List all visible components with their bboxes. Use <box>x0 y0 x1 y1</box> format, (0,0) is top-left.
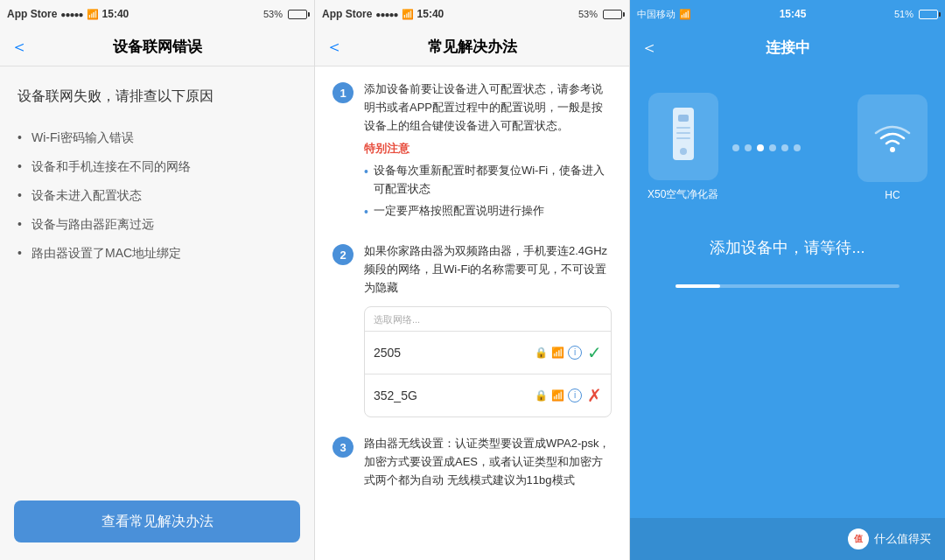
step-num-1: 1 <box>332 82 354 103</box>
dot-1 <box>732 144 739 151</box>
dot-3 <box>757 144 764 151</box>
footer-brand: 值 什么值得买 <box>848 528 931 550</box>
error-item-3: 设备未进入配置状态 <box>18 181 297 210</box>
device-card: X50空气净化器 <box>648 93 718 202</box>
battery-2 <box>603 10 622 19</box>
sub-bullet-1-1: 设备每次重新配置时都要复位Wi-Fi，使备进入可配置状态 <box>364 162 612 199</box>
footer-brand-text: 什么值得买 <box>874 531 931 547</box>
connecting-dots <box>732 144 844 151</box>
nav-bar-3: ＜ 连接中 <box>630 28 945 66</box>
dot-2 <box>745 144 752 151</box>
cross-icon-2: ✗ <box>587 382 602 410</box>
footer-logo: 值 <box>848 528 869 550</box>
svg-point-5 <box>680 148 687 155</box>
signal-2: ●●●●● <box>375 10 397 19</box>
lock-icon-1: 🔒 <box>535 345 548 361</box>
svg-rect-3 <box>676 132 690 134</box>
lock-icon-2: 🔒 <box>535 388 548 404</box>
dot-6 <box>794 144 801 151</box>
panel3-footer: 值 什么值得买 <box>630 518 945 560</box>
status-bar-1: App Store ●●●●● 📶 15:40 53% <box>0 0 314 28</box>
panel-common-solutions: App Store ●●●●● 📶 15:40 53% ＜ 常见解决办法 1 添… <box>315 0 630 560</box>
time-3: 15:45 <box>780 8 807 20</box>
battery-1 <box>288 10 307 19</box>
router-name-label: HC <box>885 189 900 201</box>
wifi-signal-icon-1: 📶 <box>551 345 564 361</box>
check-icon-1: ✓ <box>587 339 602 367</box>
error-item-1: Wi-Fi密码输入错误 <box>18 123 297 152</box>
battery-percent-3: 51% <box>894 9 914 19</box>
carrier-3: 中国移动 <box>637 8 676 21</box>
app-name-1: App Store <box>7 8 57 20</box>
app-name-2: App Store <box>322 8 372 20</box>
back-button-3[interactable]: ＜ <box>640 36 658 60</box>
battery-percent-1: 53% <box>263 9 283 19</box>
wifi-icons-2: 🔒 📶 i <box>535 388 582 404</box>
step-2: 2 如果你家路由器为双频路由器，手机要连2.4GHz频段的网络，且Wi-Fi的名… <box>332 242 612 417</box>
svg-rect-4 <box>676 137 690 139</box>
panel1-footer: 查看常见解决办法 <box>0 490 314 560</box>
step-content-1: 添加设备前要让设备进入可配置状态，请参考说明书或者APP配置过程中的配置说明，一… <box>364 80 612 225</box>
wifi-row-2[interactable]: 352_5G 🔒 📶 i ✗ <box>365 374 611 416</box>
time-2: 15:40 <box>417 8 444 20</box>
battery-percent-2: 53% <box>578 9 598 19</box>
nav-bar-1: ＜ 设备联网错误 <box>0 28 314 66</box>
back-button-1[interactable]: ＜ <box>10 35 28 59</box>
step-num-2: 2 <box>332 244 354 265</box>
panel1-content: 设备联网失败，请排查以下原因 Wi-Fi密码输入错误 设备和手机连接在不同的网络… <box>0 66 314 490</box>
wifi-icon-1: 📶 <box>87 9 99 20</box>
wifi-icon-3: 📶 <box>679 9 691 20</box>
signal-1: ●●●●● <box>60 10 82 19</box>
status-bar-3: 中国移动 📶 15:45 51% <box>630 0 945 28</box>
step-content-2: 如果你家路由器为双频路由器，手机要连2.4GHz频段的网络，且Wi-Fi的名称需… <box>364 242 612 417</box>
battery-3 <box>919 10 938 19</box>
svg-rect-1 <box>678 115 689 122</box>
panel2-content: 1 添加设备前要让设备进入可配置状态，请参考说明书或者APP配置过程中的配置说明… <box>315 66 629 560</box>
error-item-5: 路由器设置了MAC地址绑定 <box>18 239 297 268</box>
step-1: 1 添加设备前要让设备进入可配置状态，请参考说明书或者APP配置过程中的配置说明… <box>332 80 612 225</box>
main-title-1: 设备联网失败，请排查以下原因 <box>18 88 297 106</box>
router-icon <box>858 94 928 182</box>
wifi-picker: 选取网络... 2505 🔒 📶 i ✓ 352_5G 🔒 <box>364 306 612 418</box>
nav-title-1: 设备联网错误 <box>113 37 202 57</box>
nav-bar-2: ＜ 常见解决办法 <box>315 28 629 66</box>
dot-4 <box>769 144 776 151</box>
wifi-icon-2: 📶 <box>402 9 414 20</box>
step-3: 3 路由器无线设置：认证类型要设置成WPA2-psk，加密方式要设置成AES，或… <box>332 435 612 489</box>
router-card: HC <box>858 94 928 201</box>
view-solutions-button[interactable]: 查看常见解决办法 <box>14 500 300 542</box>
progress-bar-wrap <box>676 284 900 288</box>
error-item-2: 设备和手机连接在不同的网络 <box>18 152 297 181</box>
step-text-3: 路由器无线设置：认证类型要设置成WPA2-psk，加密方式要设置成AES，或者认… <box>364 437 610 486</box>
device-name-label: X50空气净化器 <box>648 187 718 202</box>
nav-title-3: 连接中 <box>766 38 810 58</box>
step-text-1: 添加设备前要让设备进入可配置状态，请参考说明书或者APP配置过程中的配置说明，一… <box>364 82 603 132</box>
svg-rect-2 <box>676 127 690 129</box>
nav-title-2: 常见解决办法 <box>428 37 517 57</box>
svg-point-6 <box>890 147 895 152</box>
error-list: Wi-Fi密码输入错误 设备和手机连接在不同的网络 设备未进入配置状态 设备与路… <box>18 123 297 268</box>
sub-bullet-text-1-1: 设备每次重新配置时都要复位Wi-Fi，使备进入可配置状态 <box>374 162 612 199</box>
error-item-4: 设备与路由器距离过远 <box>18 210 297 239</box>
info-icon-2[interactable]: i <box>568 388 582 402</box>
dot-5 <box>781 144 788 151</box>
panel-connecting: 中国移动 📶 15:45 51% ＜ 连接中 <box>630 0 945 560</box>
wifi-signal-icon-2: 📶 <box>551 388 564 404</box>
purifier-icon <box>648 93 718 180</box>
step-text-2: 如果你家路由器为双频路由器，手机要连2.4GHz频段的网络，且Wi-Fi的名称需… <box>364 244 607 294</box>
time-1: 15:40 <box>102 8 130 20</box>
picker-label: 选取网络... <box>365 307 611 332</box>
panel3-content: X50空气净化器 <box>630 66 945 518</box>
panel-device-error: App Store ●●●●● 📶 15:40 53% ＜ 设备联网错误 设备联… <box>0 0 315 560</box>
sub-bullet-text-1-2: 一定要严格按照配置说明进行操作 <box>374 202 544 221</box>
sub-bullet-1-2: 一定要严格按照配置说明进行操作 <box>364 202 612 221</box>
ssid-1: 2505 <box>374 343 529 362</box>
step-content-3: 路由器无线设置：认证类型要设置成WPA2-psk，加密方式要设置成AES，或者认… <box>364 435 612 489</box>
connecting-status-text: 添加设备中，请等待... <box>710 237 864 258</box>
info-icon-1[interactable]: i <box>568 346 582 360</box>
back-button-2[interactable]: ＜ <box>326 35 343 59</box>
red-notice-1: 特别注意 <box>364 140 612 158</box>
device-connection: X50空气净化器 <box>648 93 928 202</box>
wifi-icons-1: 🔒 📶 i <box>535 345 582 361</box>
wifi-row-1[interactable]: 2505 🔒 📶 i ✓ <box>365 331 611 374</box>
